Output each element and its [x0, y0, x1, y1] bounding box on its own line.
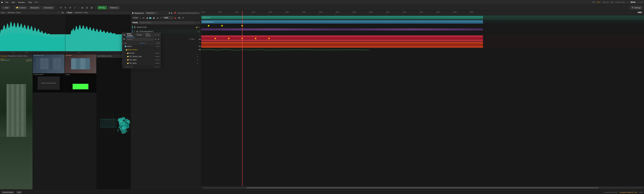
track-search-input[interactable]: [139, 21, 195, 24]
maximize-btn[interactable]: □: [640, 1, 641, 3]
keyframe-1[interactable]: [208, 25, 210, 27]
transform-key[interactable]: ⬦: [200, 42, 201, 43]
arrows-type: Folder: [148, 52, 160, 54]
menu-help[interactable]: Help: [28, 1, 33, 4]
show-right-btn[interactable]: Show: [84, 12, 88, 13]
vp-cam-icon[interactable]: 📷: [61, 11, 64, 14]
cam-comp-add[interactable]: +: [199, 35, 200, 36]
outliner-settings-btn[interactable]: ⚙: [155, 38, 157, 40]
timeline-scrollbar-thumb[interactable]: [246, 187, 598, 188]
scale-tool-btn[interactable]: ⤢: [73, 6, 76, 9]
cine-more[interactable]: ⚙: [198, 31, 200, 32]
camera-cuts-lock[interactable]: 🔒: [196, 26, 198, 28]
cmd-btn[interactable]: Cmd: [16, 191, 22, 194]
transform-add[interactable]: +: [199, 42, 200, 43]
vp-move-icon[interactable]: ↔: [57, 11, 60, 14]
details-tab[interactable]: Details: [136, 34, 144, 36]
settings-button[interactable]: ⚙ Settings: [630, 6, 643, 9]
wireframe-left-btn[interactable]: Wireframe: [8, 12, 15, 13]
outliner-filter-btn[interactable]: ⊞: [158, 38, 160, 40]
right-label-btn[interactable]: 1 Right: [66, 12, 72, 13]
outliner-row-world[interactable]: 🌍 World World: [122, 45, 160, 48]
platforms-button[interactable]: Platforms: [108, 6, 120, 9]
frame-counter[interactable]: [163, 16, 173, 19]
blueprints-button[interactable]: Blueprints: [29, 6, 41, 9]
close-btn[interactable]: ✕: [641, 1, 643, 3]
seq-nav-prev[interactable]: ◀: [168, 11, 170, 14]
foliage-dot-4: [117, 131, 118, 132]
keyframe-3[interactable]: [241, 25, 243, 27]
timeline-scrollbar-track[interactable]: [202, 187, 643, 188]
rotation-prev[interactable]: ◀: [199, 49, 200, 50]
cam-comp-key[interactable]: ⬦: [200, 35, 201, 36]
snap-btn[interactable]: ⊞: [81, 6, 84, 9]
transport-camera[interactable]: 📷: [178, 16, 181, 19]
minimize-btn[interactable]: —: [637, 1, 639, 3]
grid-btn[interactable]: ⊟: [85, 6, 89, 9]
camera-cuts-vis[interactable]: 👁: [198, 26, 200, 28]
menu-edit[interactable]: Edit: [11, 1, 16, 4]
location-prev[interactable]: ◀: [199, 45, 200, 47]
transport-loop[interactable]: ↺: [160, 16, 162, 19]
cine-expand[interactable]: ▼: [134, 31, 135, 32]
wireframe-right-btn[interactable]: Wireframe: [75, 12, 83, 13]
play-button[interactable]: ▶ Play: [98, 6, 107, 9]
back-btn[interactable]: Back: [1, 12, 5, 13]
outliner-row-bv-logos[interactable]: 📁 BV_logos Folder: [122, 58, 160, 62]
camera-cuts-clip[interactable]: Camera Cuts: [201, 16, 483, 19]
keyframe-2[interactable]: [221, 25, 223, 27]
show-left-btn[interactable]: Show: [16, 12, 20, 13]
menu-window[interactable]: Window: [18, 1, 26, 4]
transport-prev-key[interactable]: ⏮: [142, 16, 145, 19]
seq-pin-btn[interactable]: 📌: [174, 11, 176, 14]
outliner-row-bv-factory[interactable]: 📁 BV_factory_new Folder: [122, 55, 160, 58]
track-camera-cuts[interactable]: 🎬 Camera Cuts + 🔒 👁: [131, 25, 201, 29]
transform-tool-btn[interactable]: ⟲: [59, 6, 62, 9]
transport-prev-frame[interactable]: ◀: [146, 16, 148, 19]
transport-play[interactable]: ▶: [149, 16, 152, 20]
outliner-close[interactable]: ✕: [158, 34, 159, 36]
seq-path-btn[interactable]: SequenceMaster ▶ Shot0001.01: [177, 11, 200, 14]
orange-clip-1[interactable]: [201, 42, 483, 48]
top-wireframe-btn[interactable]: Wireframe: [100, 55, 107, 57]
content-drawer-btn[interactable]: Content Drawer: [1, 191, 14, 194]
rotation-next[interactable]: ▶: [200, 49, 201, 50]
content-button[interactable]: 📁 Content: [14, 6, 28, 9]
place-actor-tab[interactable]: Place ActorE: [144, 33, 152, 37]
seq-tab-close[interactable]: ✕: [155, 12, 157, 14]
transport-settings[interactable]: ⚙: [182, 16, 184, 19]
cine-add[interactable]: +: [197, 31, 198, 32]
world-outliner-tab[interactable]: World Outliner: [126, 33, 134, 37]
seq-nav-next[interactable]: ▶: [171, 11, 173, 14]
track-add-btn[interactable]: +: [196, 21, 198, 24]
fps-expand-btn[interactable]: ▾: [140, 17, 141, 19]
transport-next-frame[interactable]: ▶: [153, 16, 156, 19]
cinematics-button[interactable]: Cinematics: [42, 6, 55, 9]
cine-clip[interactable]: CineCameraActor1: [201, 20, 483, 24]
outliner-row-main[interactable]: 📁 Main (Editor): [122, 48, 160, 52]
add-button[interactable]: + Add: [1, 6, 10, 9]
camera-cuts-add[interactable]: +: [194, 26, 196, 28]
track-options-btn[interactable]: ⚙: [198, 22, 200, 24]
rotate-tool-btn[interactable]: ↺: [68, 6, 72, 9]
outliner-row-bv-poles[interactable]: 📁 BV_poles Folder: [122, 62, 160, 65]
overview-btn[interactable]: Overview: [16, 55, 23, 57]
top-show-btn[interactable]: Show: [108, 55, 112, 57]
perspective-label-btn[interactable]: Perspective: [8, 55, 16, 57]
transport-next-key[interactable]: ⏭: [156, 16, 159, 19]
transport-record[interactable]: ⏺: [174, 16, 177, 19]
actor-count: 1,006 actors: [123, 65, 134, 68]
red-clip-1[interactable]: [201, 35, 483, 41]
focal-prev[interactable]: ◀: [199, 38, 200, 40]
outliner-search-input[interactable]: [126, 38, 154, 41]
focal-next[interactable]: ▶: [200, 38, 201, 40]
move-tool-btn[interactable]: ✛: [64, 6, 67, 9]
location-next[interactable]: ▶: [200, 45, 201, 47]
menu-file[interactable]: File: [5, 1, 9, 4]
surface-btn[interactable]: ⊠: [90, 6, 94, 9]
perspective-show-btn[interactable]: Show: [24, 55, 27, 57]
sequencer-tab[interactable]: Sequencer ✕: [145, 12, 158, 14]
outliner-row-arrows[interactable]: 📁 arrows Folder: [122, 52, 160, 55]
top-view-btn[interactable]: Top: [97, 55, 100, 57]
outliner-resize[interactable]: ⤢: [154, 34, 156, 36]
